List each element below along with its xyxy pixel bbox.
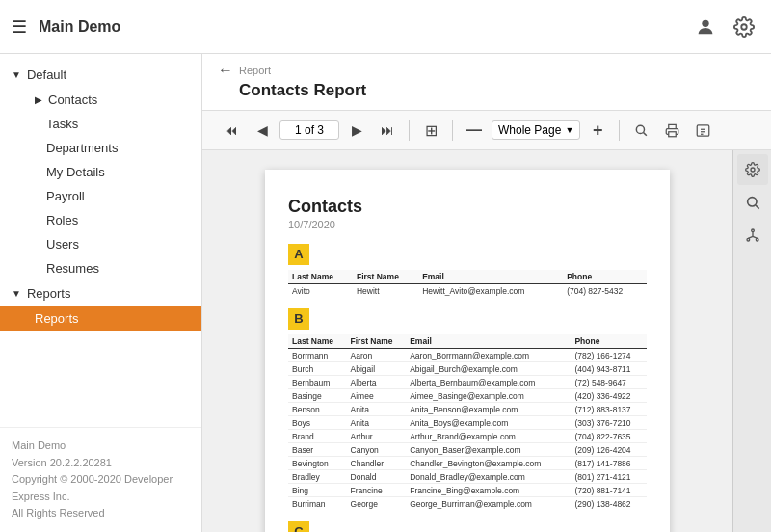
sidebar-item-users[interactable]: Users xyxy=(0,232,201,256)
table-row: AvitoHewittHewitt_Avito@example.com(704)… xyxy=(288,284,647,298)
table-cell: Boys xyxy=(288,416,347,430)
search-button[interactable] xyxy=(627,117,654,144)
next-page-button[interactable]: ▶ xyxy=(343,117,370,144)
table-cell: Anita xyxy=(347,416,407,430)
table-row: BernbaumAlbertaAlberta_Bernbaum@example.… xyxy=(288,376,647,389)
svg-point-9 xyxy=(751,168,755,172)
sidebar-item-contacts[interactable]: ▶ Contacts xyxy=(0,88,201,112)
hamburger-menu-icon[interactable]: ☰ xyxy=(12,16,27,38)
tree-group-default: ▼ Default ▶ Contacts Tasks Departments M… xyxy=(0,62,201,280)
table-cell: Francine_Bing@example.com xyxy=(406,484,571,497)
table-cell: (782) 166-1274 xyxy=(571,349,647,362)
table-cell: Basinge xyxy=(288,389,347,403)
col-header-lastname-b: Last Name xyxy=(288,334,347,349)
col-header-email-a: Email xyxy=(418,270,563,284)
svg-line-16 xyxy=(748,236,753,238)
table-cell: Avito xyxy=(288,284,353,298)
sidebar-item-roles[interactable]: Roles xyxy=(0,208,201,232)
table-cell: Bing xyxy=(288,484,347,497)
table-cell: Alberta_Bernbaum@example.com xyxy=(406,376,571,389)
export-button[interactable] xyxy=(689,117,716,144)
table-cell: Donald xyxy=(347,470,407,484)
report-table-a: Last Name First Name Email Phone AvitoHe… xyxy=(288,270,647,297)
svg-rect-4 xyxy=(669,131,677,136)
sidebar: ▼ Default ▶ Contacts Tasks Departments M… xyxy=(0,54,202,532)
col-header-phone-a: Phone xyxy=(563,270,647,284)
table-cell: Arthur_Brand@example.com xyxy=(406,430,571,443)
page-number-input[interactable] xyxy=(279,120,339,140)
table-row: BoysAnitaAnita_Boys@example.com(303) 376… xyxy=(288,416,647,430)
col-header-firstname-a: First Name xyxy=(353,270,418,284)
zoom-dropdown[interactable]: Whole Page ▼ xyxy=(492,120,580,140)
table-cell: Anita_Benson@example.com xyxy=(406,403,571,416)
tree-group-reports: ▼ Reports Reports xyxy=(0,280,201,331)
group-label-reports: Reports xyxy=(27,286,71,301)
back-navigation[interactable]: ← Report xyxy=(218,62,756,79)
back-arrow-icon: ← xyxy=(218,62,233,79)
header-icon-group xyxy=(690,12,759,42)
table-cell: Bevington xyxy=(288,457,347,470)
search-right-icon[interactable] xyxy=(737,187,768,218)
sidebar-item-tasks[interactable]: Tasks xyxy=(0,112,201,136)
last-page-button[interactable]: ⏭ xyxy=(374,117,401,144)
report-toolbar: ⏮ ◀ ▶ ⏭ ⊞ — Whole Page ▼ + xyxy=(202,111,771,150)
table-cell: Canyon xyxy=(347,443,407,457)
app-title: Main Demo xyxy=(39,18,690,36)
section-letter-c: C xyxy=(288,521,309,532)
table-row: BurrimanGeorgeGeorge_Burriman@example.co… xyxy=(288,497,647,511)
table-cell: Bernbaum xyxy=(288,376,347,389)
settings-right-icon[interactable] xyxy=(737,154,768,185)
report-title: Contacts xyxy=(288,197,647,217)
table-cell: Burch xyxy=(288,362,347,376)
report-and-sidebar: Contacts 10/7/2020 A Last Name First Nam… xyxy=(202,150,771,532)
table-cell: Aaron_Borrmann@example.com xyxy=(406,349,571,362)
svg-point-0 xyxy=(702,19,708,26)
zoom-out-button[interactable]: — xyxy=(461,117,488,144)
table-cell: (720) 881-7141 xyxy=(571,484,647,497)
table-row: BurchAbigailAbigail_Burch@example.com(40… xyxy=(288,362,647,376)
svg-point-13 xyxy=(747,238,750,241)
table-cell: (72) 548-9647 xyxy=(571,376,647,389)
toolbar-separator-1 xyxy=(409,120,410,141)
print-button[interactable] xyxy=(658,117,685,144)
sidebar-item-payroll[interactable]: Payroll xyxy=(0,184,201,208)
table-cell: Bradley xyxy=(288,470,347,484)
prev-page-button[interactable]: ◀ xyxy=(249,117,276,144)
table-row: BasingeAimeeAimee_Basinge@example.com(42… xyxy=(288,389,647,403)
report-table-b: Last Name First Name Email Phone Borrman… xyxy=(288,334,647,510)
table-row: BradleyDonaldDonald_Bradley@example.com(… xyxy=(288,470,647,484)
main-layout: ▼ Default ▶ Contacts Tasks Departments M… xyxy=(0,54,771,532)
tree-right-icon[interactable] xyxy=(737,220,768,251)
table-cell: Hewitt_Avito@example.com xyxy=(418,284,563,298)
page-header: ← Report Contacts Report xyxy=(202,54,771,111)
sidebar-item-mydetails[interactable]: My Details xyxy=(0,160,201,184)
account-icon-button[interactable] xyxy=(690,12,721,42)
table-cell: Chandler xyxy=(347,457,407,470)
col-header-email-b: Email xyxy=(406,334,571,349)
svg-line-3 xyxy=(644,133,647,136)
settings-icon-button[interactable] xyxy=(729,12,759,42)
fit-page-button[interactable]: ⊞ xyxy=(417,117,444,144)
table-cell: Anita_Boys@example.com xyxy=(406,416,571,430)
table-row: BensonAnitaAnita_Benson@example.com(712)… xyxy=(288,403,647,416)
sidebar-footer: Main Demo Version 20.2.2.20281 Copyright… xyxy=(0,427,201,532)
footer-line1: Main Demo xyxy=(12,438,190,455)
sidebar-item-reports[interactable]: Reports xyxy=(0,306,201,331)
sidebar-item-resumes[interactable]: Resumes xyxy=(0,256,201,280)
tree-group-default-header[interactable]: ▼ Default xyxy=(0,62,201,88)
col-header-firstname-b: First Name xyxy=(347,334,407,349)
app-header: ☰ Main Demo xyxy=(0,0,771,54)
sidebar-item-departments[interactable]: Departments xyxy=(0,136,201,160)
table-row: BorrmannAaronAaron_Borrmann@example.com(… xyxy=(288,349,647,362)
page-title: Contacts Report xyxy=(239,81,756,100)
zoom-in-button[interactable]: + xyxy=(584,117,611,144)
content-area: ← Report Contacts Report ⏮ ◀ ▶ ⏭ ⊞ — Who… xyxy=(202,54,771,532)
report-viewport[interactable]: Contacts 10/7/2020 A Last Name First Nam… xyxy=(202,150,732,532)
table-cell: Aimee_Basinge@example.com xyxy=(406,389,571,403)
report-section-b: B Last Name First Name Email Phone xyxy=(288,308,647,510)
first-page-button[interactable]: ⏮ xyxy=(218,117,245,144)
tree-group-reports-header[interactable]: ▼ Reports xyxy=(0,280,201,306)
col-header-lastname-a: Last Name xyxy=(288,270,353,284)
report-page: Contacts 10/7/2020 A Last Name First Nam… xyxy=(265,170,670,532)
table-cell: (801) 271-4121 xyxy=(571,470,647,484)
